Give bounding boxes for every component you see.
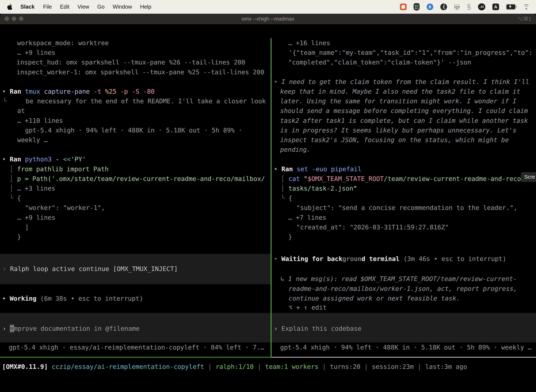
terminal-line: gpt-5.4 xhigh · 94% left · 488K in · 5.1… [25, 125, 242, 135]
terminal-line: } [17, 232, 21, 242]
terminal-line: … +9 lines [17, 48, 55, 57]
menu-edit[interactable]: Edit [60, 4, 69, 10]
terminal-line: "completed","claim_token":"claim-token"}… [288, 57, 471, 67]
terminal-line: • Working (6m 38s • esc to interrupt) [2, 294, 143, 303]
right-pane-border [272, 357, 536, 358]
terminal-line: │ cat "$OMX_TEAM_STATE_ROOT/team/review-… [281, 174, 525, 183]
left-pane[interactable]: workspace_mode: worktree… +9 linesinspec… [0, 37, 271, 357]
letter-a-app-icon[interactable]: A [492, 4, 499, 10]
menu-window[interactable]: Window [113, 4, 132, 10]
terminal-line: │ p = Path('.omx/state/team/review-curre… [10, 174, 265, 183]
terminal-line: ⌥ + ↑ edit [289, 303, 327, 312]
terminal-line: ↳ 1 new msg(s): read $OMX_TEAM_STATE_ROO… [281, 274, 517, 284]
terminal-line: readme-and-reco/mailbox/worker-1.json, a… [289, 284, 517, 294]
shield-grid-icon[interactable] [414, 3, 420, 10]
terminal-line: pending. [280, 145, 311, 154]
terminal-line: … +110 lines [17, 116, 63, 125]
terminal-line: } [288, 232, 292, 242]
terminal-line: weekly … [17, 135, 48, 145]
menu-items: FileEditViewGoWindowHelp [43, 4, 159, 10]
menu-go[interactable]: Go [97, 4, 105, 10]
terminal-line: └ { [281, 193, 292, 203]
terminal-line: › Ralph loop active continue [OMX_TMUX_I… [2, 264, 178, 274]
terminal-line: … +16 lines [288, 38, 330, 48]
terminal-line: │ tasks/task-2.json" [281, 183, 357, 193]
terminal-line: └ be necessary for the end of the README… [3, 96, 266, 106]
dots-grid-icon[interactable] [454, 4, 460, 10]
terminal-line: '{"team_name":"my-team","task_id":"1","f… [289, 48, 532, 57]
terminal-line: │ … +3 lines [10, 183, 55, 193]
blue-bolt-icon[interactable] [427, 4, 433, 10]
terminal-line: is in progress? It seems likely but perh… [280, 125, 517, 135]
terminal-line: • Ran python3 - <<'PY' [2, 154, 86, 164]
terminal-line: workspace_mode: worktree [17, 38, 109, 48]
crescent-app-icon[interactable] [440, 4, 447, 10]
hud-status-line: [OMX#0.11.9] cczip/essay/ai-reimplementa… [2, 362, 467, 371]
terminal-line: inspect_hud: omx sparkshell --tmux-pane … [17, 57, 245, 67]
terminal-window: omx --xhigh --madmax ⌥⌘1 workspace_mode:… [0, 13, 536, 391]
slack-notification-icon[interactable] [400, 4, 407, 10]
terminal-line: • Ran set -euo pipefail [274, 164, 362, 174]
terminal-line: • Waiting for background terminal (3m 46… [274, 254, 506, 264]
menubar: Slack FileEditViewGoWindowHelp ..61A [0, 0, 536, 14]
active-app-name[interactable]: Slack [20, 4, 35, 10]
menubar-status-icons: ..61A [400, 3, 536, 10]
apple-icon[interactable] [7, 3, 13, 10]
menu-view[interactable]: View [77, 4, 89, 10]
stats-badge-icon-label: ..61 [478, 3, 485, 10]
terminal-line: • I need to get the claim token from the… [274, 77, 529, 87]
menubar-left: Slack FileEditViewGoWindowHelp [0, 3, 159, 10]
terminal-line: "worker": "worker-1", [25, 203, 105, 213]
right-pane[interactable]: … +16 lines'{"team_name":"my-team","task… [272, 37, 536, 357]
terminal-line: later. Using the same for transition mig… [280, 96, 517, 106]
terminal-line: inspect task2's JSON, focusing on the st… [280, 135, 509, 145]
terminal-line: ] [25, 222, 29, 232]
letter-a-app-icon-label: A [492, 4, 499, 10]
terminal-line: at [17, 106, 25, 116]
menu-file[interactable]: File [43, 4, 52, 10]
window-shortcut-hint: ⌥⌘1 [517, 13, 531, 24]
window-title: omx --xhigh --madmax [0, 13, 536, 24]
terminal-line: › Explain this codebase [274, 324, 362, 333]
terminal-line: should send a message before completing … [280, 106, 528, 116]
terminal-line: • Ran tmux capture-pane -t %25 -p -S -80 [2, 87, 155, 96]
screen-tooltip-overlay: Scre [521, 172, 536, 182]
terminal-line: … +9 lines [17, 213, 55, 222]
terminal-line: continue assigned work or next feasible … [289, 294, 460, 303]
screen: Slack FileEditViewGoWindowHelp ..61A omx… [0, 0, 536, 392]
terminal-line: │ from pathlib import Path [10, 164, 109, 174]
terminal-line: "created_at": "2026-03-31T11:59:27.816Z" [296, 222, 449, 232]
terminal-line: "subject": "send a concise recommendatio… [296, 203, 517, 213]
terminal-line: … +7 lines [288, 213, 326, 222]
terminal-line: gpt-5.4 xhigh · essay/ai-reimplementatio… [9, 342, 264, 352]
menu-help[interactable]: Help [140, 4, 151, 10]
terminal-line: └ { [10, 193, 21, 203]
terminal-line: keep that in mind. Maybe I also need the… [280, 87, 520, 96]
squiggle-icon[interactable] [467, 3, 471, 10]
titlebar[interactable]: omx --xhigh --madmax ⌥⌘1 [0, 13, 536, 24]
battery-icon[interactable] [506, 4, 516, 10]
left-pane-active-border [0, 357, 271, 358]
terminal-line: inspect_worker-1: omx sparkshell --tmux-… [17, 67, 264, 77]
terminal-line: task2 after task1 is complete, but can I… [280, 116, 528, 125]
terminal-line: gpt-5.4 xhigh · 94% left · 488K in · 5.1… [280, 342, 531, 352]
pane-divider[interactable] [271, 38, 272, 357]
terminal-line: › Improve documentation in @filename [2, 324, 140, 333]
wifi-icon[interactable] [523, 4, 530, 10]
stats-badge-icon[interactable]: ..61 [478, 3, 485, 10]
